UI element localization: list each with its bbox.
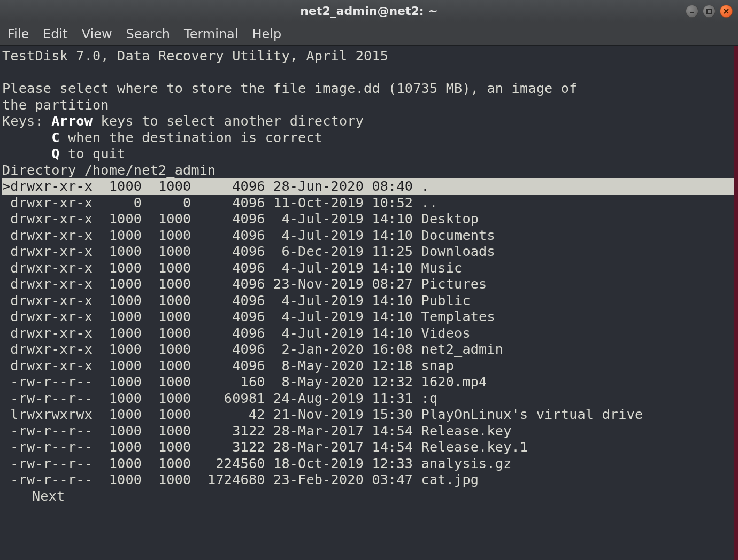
file-row[interactable]: drwxr-xr-x 1000 1000 4096 4-Jul-2019 14:… bbox=[2, 228, 734, 244]
menu-file[interactable]: File bbox=[7, 27, 29, 42]
file-row[interactable]: drwxr-xr-x 1000 1000 4096 4-Jul-2019 14:… bbox=[2, 211, 734, 228]
destination-prompt-cont: the partition bbox=[2, 97, 734, 114]
title-bar: net2_admin@net2: ~ bbox=[0, 0, 738, 22]
file-row[interactable]: >drwxr-xr-x 1000 1000 4096 28-Jun-2020 0… bbox=[2, 178, 734, 195]
maximize-icon bbox=[706, 8, 712, 14]
directory-line: Directory /home/net2_admin bbox=[2, 162, 734, 179]
terminal-text: TestDisk 7.0, Data Recovery Utility, Apr… bbox=[0, 46, 734, 560]
file-row[interactable]: -rw-r--r-- 1000 1000 3122 28-Mar-2017 14… bbox=[2, 423, 734, 440]
file-row[interactable]: -rw-r--r-- 1000 1000 60981 24-Aug-2019 1… bbox=[2, 391, 734, 407]
file-row[interactable]: drwxr-xr-x 1000 1000 4096 8-May-2020 12:… bbox=[2, 358, 734, 375]
keys-line-arrow: Keys: Arrow keys to select another direc… bbox=[2, 113, 734, 130]
destination-prompt: Please select where to store the file im… bbox=[2, 81, 734, 97]
svg-rect-1 bbox=[707, 9, 711, 13]
close-icon bbox=[723, 8, 729, 14]
file-row[interactable]: -rw-r--r-- 1000 1000 160 8-May-2020 12:3… bbox=[2, 374, 734, 391]
file-row[interactable]: drwxr-xr-x 1000 1000 4096 23-Nov-2019 08… bbox=[2, 276, 734, 293]
menu-help[interactable]: Help bbox=[252, 27, 282, 42]
file-row[interactable]: -rw-r--r-- 1000 1000 3122 28-Mar-2017 14… bbox=[2, 439, 734, 456]
file-row[interactable]: drwxr-xr-x 0 0 4096 11-Oct-2019 10:52 .. bbox=[2, 195, 734, 212]
file-row[interactable]: drwxr-xr-x 1000 1000 4096 4-Jul-2019 14:… bbox=[2, 309, 734, 325]
menu-search[interactable]: Search bbox=[126, 27, 170, 42]
maximize-button[interactable] bbox=[703, 5, 716, 18]
file-row[interactable]: drwxr-xr-x 1000 1000 4096 4-Jul-2019 14:… bbox=[2, 260, 734, 277]
minimize-button[interactable] bbox=[686, 5, 698, 18]
next-button[interactable]: Next bbox=[2, 488, 734, 505]
menu-edit[interactable]: Edit bbox=[43, 27, 67, 42]
file-row[interactable]: drwxr-xr-x 1000 1000 4096 4-Jul-2019 14:… bbox=[2, 325, 734, 342]
keys-line-q: Q to quit bbox=[2, 146, 734, 162]
window-controls bbox=[686, 5, 733, 18]
terminal-area[interactable]: TestDisk 7.0, Data Recovery Utility, Apr… bbox=[0, 46, 738, 560]
file-row[interactable]: lrwxrwxrwx 1000 1000 42 21-Nov-2019 15:3… bbox=[2, 407, 734, 423]
file-row[interactable]: drwxr-xr-x 1000 1000 4096 2-Jan-2020 16:… bbox=[2, 341, 734, 358]
menu-view[interactable]: View bbox=[82, 27, 112, 42]
program-header: TestDisk 7.0, Data Recovery Utility, Apr… bbox=[2, 48, 734, 65]
minimize-icon bbox=[689, 8, 695, 14]
keys-line-c: C when the destination is correct bbox=[2, 130, 734, 146]
window-title: net2_admin@net2: ~ bbox=[300, 4, 437, 18]
terminal-window: net2_admin@net2: ~ File Edit View Search… bbox=[0, 0, 738, 560]
file-row[interactable]: drwxr-xr-x 1000 1000 4096 4-Jul-2019 14:… bbox=[2, 293, 734, 309]
file-row[interactable]: drwxr-xr-x 1000 1000 4096 6-Dec-2019 11:… bbox=[2, 244, 734, 260]
file-row[interactable]: -rw-r--r-- 1000 1000 1724680 23-Feb-2020… bbox=[2, 472, 734, 488]
scroll-edge bbox=[734, 46, 738, 560]
file-row[interactable]: -rw-r--r-- 1000 1000 224560 18-Oct-2019 … bbox=[2, 456, 734, 472]
close-button[interactable] bbox=[720, 5, 733, 18]
menu-terminal[interactable]: Terminal bbox=[184, 27, 238, 42]
menu-bar: File Edit View Search Terminal Help bbox=[0, 22, 738, 46]
